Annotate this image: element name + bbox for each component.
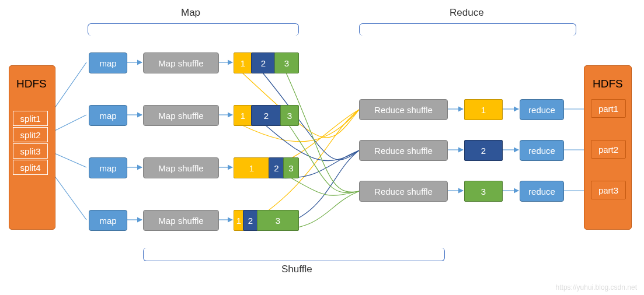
output-part: part3 [591,181,626,199]
map-partition: 3 [280,105,299,126]
map-partition: 2 [251,105,281,126]
map-partition: 1 [234,157,270,178]
reduce-shuffle-box: Reduce shuffle [359,181,448,202]
map-shuffle-box: Map shuffle [143,157,219,178]
map-shuffle-box: Map shuffle [143,52,219,73]
map-shuffle-box: Map shuffle [143,210,219,231]
output-part: part2 [591,140,626,159]
map-box: map [89,157,127,178]
split-cell: split2 [13,127,48,142]
reduce-partition: 1 [464,99,503,120]
reduce-box: reduce [520,181,564,202]
hdfs-output-title: HDFS [593,78,623,90]
output-part: part1 [591,99,626,118]
reduce-shuffle-box: Reduce shuffle [359,99,448,120]
map-partition: 2 [269,157,284,178]
split-cell: split1 [13,111,48,126]
hdfs-input-title: HDFS [16,78,47,90]
map-partition: 3 [274,52,299,73]
reduce-box: reduce [520,140,564,161]
map-box: map [89,105,127,126]
map-partition: 2 [251,52,276,73]
map-shuffle-box: Map shuffle [143,105,219,126]
map-box: map [89,52,127,73]
map-partition: 3 [257,210,299,231]
map-box: map [89,210,127,231]
reduce-box: reduce [520,99,564,120]
reduce-shuffle-box: Reduce shuffle [359,140,448,161]
reduce-partition: 2 [464,140,503,161]
map-partition: 3 [283,157,299,178]
reduce-partition: 3 [464,181,503,202]
map-partition: 2 [243,210,258,231]
split-cell: split3 [13,143,48,159]
map-partition: 1 [234,52,252,73]
split-cell: split4 [13,160,48,175]
watermark: https://yuhui.blog.csdn.net [556,283,637,292]
map-partition: 1 [234,105,252,126]
